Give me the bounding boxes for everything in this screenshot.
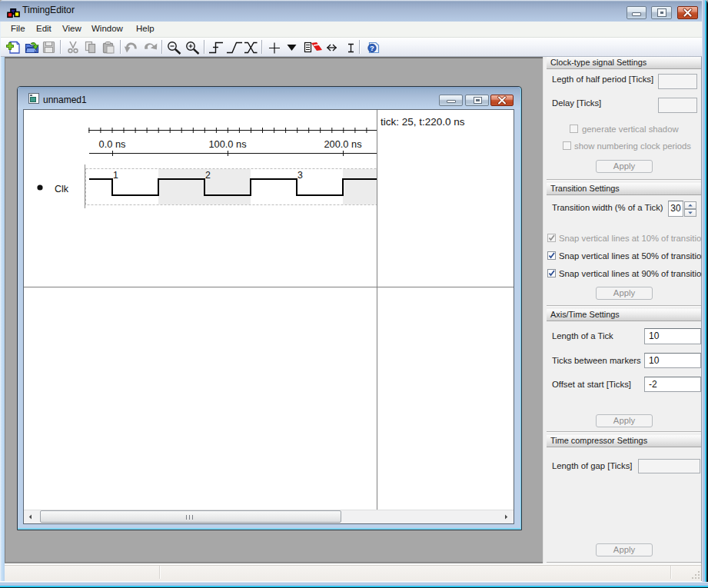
svg-text:2: 2	[205, 170, 211, 181]
svg-text:0.0 ns: 0.0 ns	[99, 138, 126, 150]
svg-text:tick: 25, t:220.0 ns: tick: 25, t:220.0 ns	[381, 116, 465, 128]
svg-text:200.0 ns: 200.0 ns	[324, 138, 361, 150]
svg-text:1: 1	[113, 170, 118, 181]
svg-text:100.0 ns: 100.0 ns	[208, 138, 246, 150]
svg-text:Clk: Clk	[55, 184, 69, 194]
svg-text:?: ?	[370, 44, 374, 52]
svg-text:3: 3	[297, 170, 303, 181]
